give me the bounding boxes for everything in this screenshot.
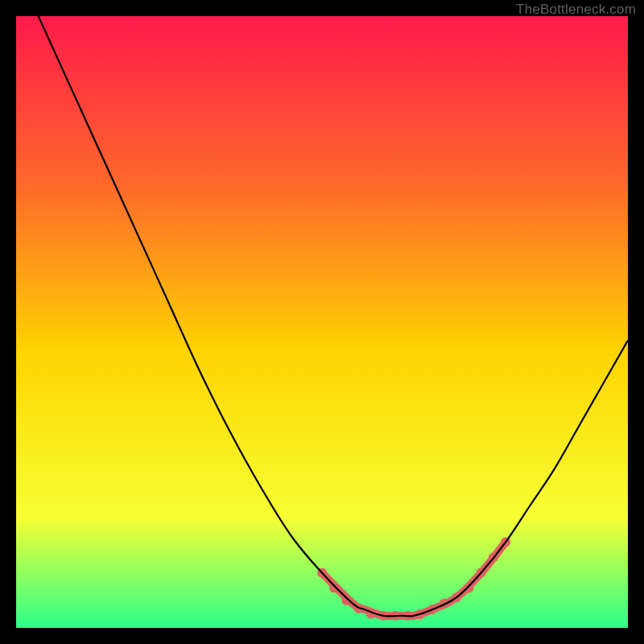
plot-area	[16, 16, 628, 628]
gradient-background	[16, 16, 628, 628]
chart-frame: TheBottleneck.com	[0, 0, 644, 644]
attribution-watermark: TheBottleneck.com	[516, 2, 636, 18]
bottleneck-chart	[16, 16, 628, 628]
